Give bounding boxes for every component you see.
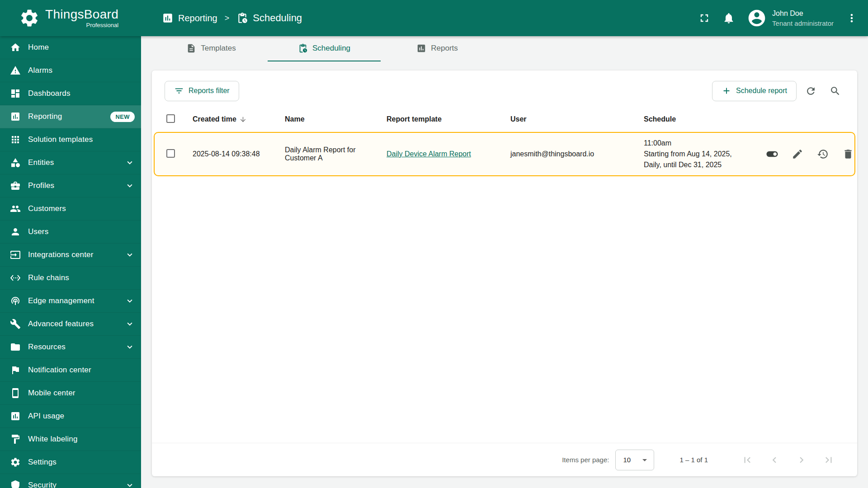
sidebar-item-api-usage[interactable]: API usage bbox=[0, 405, 141, 428]
last-page-button[interactable] bbox=[818, 450, 839, 470]
edge-management-icon bbox=[10, 296, 21, 306]
more-menu-button[interactable] bbox=[845, 12, 858, 24]
sidebar-item-entities[interactable]: Entities bbox=[0, 151, 141, 174]
tab-reports[interactable]: Reports bbox=[381, 36, 494, 61]
sidebar-item-edge-management[interactable]: Edge management bbox=[0, 290, 141, 313]
cell-name: Daily Alarm Report for Customer A bbox=[276, 146, 377, 162]
select-all-checkbox[interactable] bbox=[166, 114, 175, 123]
column-header-name[interactable]: Name bbox=[276, 115, 377, 123]
sidebar-item-dashboards[interactable]: Dashboards bbox=[0, 82, 141, 105]
app-logo[interactable]: ThingsBoard Professional bbox=[0, 8, 141, 28]
sidebar-item-notification-center[interactable]: Notification center bbox=[0, 359, 141, 382]
page-range-label: 1 – 1 of 1 bbox=[679, 456, 708, 464]
sidebar-item-settings[interactable]: Settings bbox=[0, 451, 141, 474]
scheduling-icon bbox=[236, 12, 248, 24]
sidebar-item-reporting[interactable]: Reporting NEW bbox=[0, 105, 141, 128]
column-header-report-template[interactable]: Report template bbox=[377, 115, 501, 123]
user-menu[interactable]: John Doe Tenant administrator bbox=[747, 8, 834, 28]
chevron-down-icon bbox=[125, 158, 135, 168]
sidebar-item-users[interactable]: Users bbox=[0, 221, 141, 244]
brand-edition: Professional bbox=[86, 22, 119, 28]
cell-report-template: Daily Device Alarm Report bbox=[377, 150, 501, 158]
trash-icon bbox=[842, 148, 854, 160]
sidebar-item-alarms[interactable]: Alarms bbox=[0, 59, 141, 82]
sidebar-item-profiles[interactable]: Profiles bbox=[0, 174, 141, 197]
chevron-left-icon bbox=[769, 454, 780, 466]
notifications-button[interactable] bbox=[722, 12, 735, 24]
integrations-center-icon bbox=[10, 249, 21, 260]
breadcrumb-label-current: Scheduling bbox=[253, 12, 302, 24]
column-header-user[interactable]: User bbox=[501, 115, 635, 123]
chevron-down-icon bbox=[125, 319, 135, 329]
enable-schedule-toggle[interactable] bbox=[762, 144, 782, 164]
profiles-icon bbox=[10, 180, 21, 191]
sidebar-item-resources[interactable]: Resources bbox=[0, 336, 141, 359]
tab-templates[interactable]: Templates bbox=[155, 36, 268, 61]
top-header: ThingsBoard Professional Reporting > Sch… bbox=[0, 0, 868, 36]
paginator: Items per page: 10 1 – 1 of 1 bbox=[152, 443, 857, 476]
breadcrumb: Reporting > Scheduling bbox=[162, 12, 302, 24]
schedule-report-button[interactable]: Schedule report bbox=[712, 81, 797, 101]
sort-desc-icon bbox=[239, 116, 247, 123]
templates-icon bbox=[186, 43, 196, 53]
table-header-row: Created time Name Report template User S… bbox=[154, 107, 855, 132]
filter-icon bbox=[174, 86, 184, 96]
brand-name: ThingsBoard bbox=[45, 8, 118, 21]
user-name: John Doe bbox=[772, 9, 834, 18]
sidebar-item-rule-chains[interactable]: Rule chains bbox=[0, 267, 141, 290]
reports-filter-button[interactable]: Reports filter bbox=[165, 81, 239, 101]
search-icon bbox=[830, 85, 841, 97]
main-content: Templates Scheduling Reports Reports fil… bbox=[141, 36, 868, 488]
sidebar-item-customers[interactable]: Customers bbox=[0, 197, 141, 221]
sidebar-item-advanced-features[interactable]: Advanced features bbox=[0, 313, 141, 336]
tab-scheduling[interactable]: Scheduling bbox=[268, 36, 381, 61]
sidebar-item-integrations-center[interactable]: Integrations center bbox=[0, 244, 141, 267]
previous-page-button[interactable] bbox=[764, 450, 785, 470]
column-header-created-time[interactable]: Created time bbox=[184, 115, 276, 123]
cell-created-time: 2025-08-14 09:38:48 bbox=[184, 150, 276, 158]
advanced-features-icon bbox=[10, 319, 21, 329]
schedules-table: Created time Name Report template User S… bbox=[152, 107, 857, 176]
entities-icon bbox=[10, 157, 21, 168]
sidebar-item-solution-templates[interactable]: Solution templates bbox=[0, 128, 141, 151]
items-per-page-select[interactable]: 10 bbox=[615, 450, 654, 470]
mobile-center-icon bbox=[10, 388, 21, 399]
avatar-icon bbox=[747, 8, 767, 28]
sidebar-item-mobile-center[interactable]: Mobile center bbox=[0, 382, 141, 405]
home-icon bbox=[10, 42, 21, 53]
toolbar-right: Schedule report bbox=[712, 80, 845, 101]
row-checkbox[interactable] bbox=[166, 149, 175, 158]
sidebar-item-security[interactable]: Security bbox=[0, 474, 141, 488]
settings-icon bbox=[10, 457, 21, 468]
row-actions bbox=[753, 144, 857, 164]
tab-bar: Templates Scheduling Reports bbox=[141, 36, 868, 61]
sidebar-nav: Home Alarms Dashboards Reporting NEW Sol… bbox=[0, 36, 141, 488]
scheduling-icon bbox=[298, 43, 308, 53]
new-badge: NEW bbox=[110, 112, 135, 122]
first-page-button[interactable] bbox=[737, 450, 758, 470]
history-icon bbox=[817, 148, 829, 160]
breadcrumb-separator: > bbox=[225, 14, 230, 23]
chevron-down-icon bbox=[125, 342, 135, 352]
api-usage-icon bbox=[10, 411, 21, 422]
delete-button[interactable] bbox=[838, 144, 857, 164]
chevron-down-icon bbox=[125, 296, 135, 306]
breadcrumb-reporting[interactable]: Reporting bbox=[162, 12, 217, 24]
cell-user: janesmith@thingsboard.io bbox=[501, 150, 635, 158]
next-page-button[interactable] bbox=[791, 450, 812, 470]
fullscreen-button[interactable] bbox=[698, 12, 711, 24]
breadcrumb-scheduling[interactable]: Scheduling bbox=[236, 12, 302, 24]
refresh-button[interactable] bbox=[800, 80, 821, 101]
table-row[interactable]: 2025-08-14 09:38:48 Daily Alarm Report f… bbox=[154, 132, 855, 176]
edit-button[interactable] bbox=[788, 144, 807, 164]
resources-icon bbox=[10, 342, 21, 352]
history-button[interactable] bbox=[813, 144, 833, 164]
search-button[interactable] bbox=[825, 80, 845, 101]
sidebar-item-home[interactable]: Home bbox=[0, 36, 141, 59]
reports-icon bbox=[416, 43, 426, 53]
report-template-link[interactable]: Daily Device Alarm Report bbox=[387, 150, 471, 158]
header-actions: John Doe Tenant administrator bbox=[698, 8, 868, 28]
sidebar-item-white-labeling[interactable]: White labeling bbox=[0, 428, 141, 451]
pencil-icon bbox=[792, 148, 803, 160]
column-header-schedule[interactable]: Schedule bbox=[635, 115, 753, 123]
